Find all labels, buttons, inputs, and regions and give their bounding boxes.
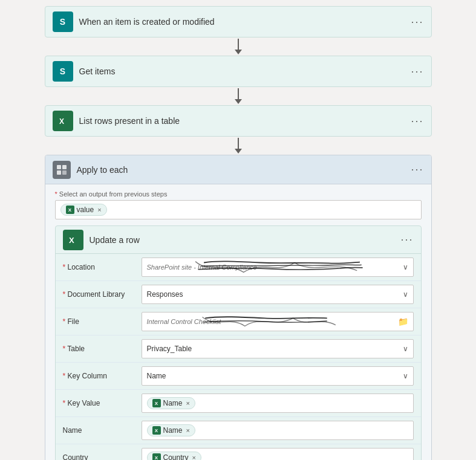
field-input-file[interactable]: Internal Control Checklist 📁 <box>142 312 414 331</box>
key-column-chevron: ∨ <box>403 372 408 380</box>
sharepoint-icon-get-items: S <box>53 61 73 82</box>
key-value-pill: X Name × <box>147 397 195 409</box>
table-chevron: ∨ <box>403 345 408 353</box>
step-trigger-label: When an item is created or modified <box>79 17 215 27</box>
required-asterisk: * <box>55 190 57 198</box>
name-pill-label: Name <box>163 426 183 435</box>
file-value: Internal Control Checklist <box>147 318 398 325</box>
step-get-items-more[interactable]: ··· <box>411 65 423 78</box>
step-list-rows-label: List rows present in a table <box>79 116 180 126</box>
apply-each-more[interactable]: ··· <box>411 163 423 176</box>
location-value: SharePoint site - Internal Compliance <box>147 264 403 271</box>
field-input-name[interactable]: X Name × <box>142 421 414 440</box>
field-input-key-value[interactable]: X Name × <box>142 394 414 413</box>
apply-each-label: Apply to each <box>77 165 128 175</box>
arrow-1 <box>231 37 246 56</box>
form-row-file: * File Internal Control Checklist <box>56 308 421 335</box>
select-output-label: * Select an output from previous steps <box>55 190 422 198</box>
country-pill: X Country × <box>147 452 201 460</box>
field-label-key-column: * Key Column <box>63 372 142 380</box>
step-list-rows-left: X List rows present in a table <box>53 111 180 131</box>
step-get-items-left: S Get items <box>53 61 116 82</box>
form-row-key-column: * Key Column Name ∨ <box>56 363 421 390</box>
field-label-file: * File <box>63 317 142 326</box>
arrow-3 <box>231 137 246 155</box>
table-value: Privacy_Table <box>147 345 192 353</box>
document-library-value: Responses <box>147 290 183 299</box>
svg-rect-5 <box>62 170 67 175</box>
key-value-pill-label: Name <box>163 399 183 407</box>
form-row-location: * Location SharePoint site - Internal Co… <box>56 254 421 281</box>
svg-text:X: X <box>69 236 74 245</box>
field-label-key-value: * Key Value <box>63 399 142 407</box>
form-row-name: Name X Name × <box>56 417 421 444</box>
name-pill-remove[interactable]: × <box>186 427 190 434</box>
arrow-2 <box>231 87 246 105</box>
select-output-input[interactable]: X value × <box>55 200 422 219</box>
apply-each-body: * Select an output from previous steps X… <box>45 184 431 460</box>
form-row-key-value: * Key Value X Name × <box>56 390 421 417</box>
form-row-document-library: * Document Library Responses ∨ <box>56 281 421 308</box>
update-row-header-left: X Update a row <box>63 230 140 250</box>
update-row-more[interactable]: ··· <box>400 233 413 246</box>
field-input-key-column[interactable]: Name ∨ <box>142 366 414 386</box>
apply-each-header: Apply to each ··· <box>45 155 431 184</box>
step-trigger-left: S When an item is created or modified <box>53 11 215 32</box>
step-get-items-label: Get items <box>79 66 116 76</box>
document-library-chevron: ∨ <box>403 290 408 299</box>
update-row-card: X Update a row ··· * Location <box>55 225 422 460</box>
field-label-location: * Location <box>63 263 142 271</box>
location-chevron: ∨ <box>403 263 408 271</box>
country-pill-remove[interactable]: × <box>192 454 196 460</box>
key-value-pill-remove[interactable]: × <box>186 400 190 407</box>
sharepoint-icon-trigger: S <box>53 11 73 32</box>
field-input-table[interactable]: Privacy_Table ∨ <box>142 339 414 358</box>
value-pill: X value × <box>60 204 107 216</box>
name-pill: X Name × <box>147 424 195 436</box>
apply-each-icon <box>53 161 71 179</box>
field-label-table: * Table <box>63 345 142 353</box>
key-column-value: Name <box>147 372 166 380</box>
step-trigger-more[interactable]: ··· <box>411 16 423 28</box>
step-list-rows: X List rows present in a table ··· <box>45 105 432 137</box>
field-label-country: Country <box>63 453 142 460</box>
field-input-country[interactable]: X Country × <box>142 448 414 460</box>
step-trigger: S When an item is created or modified ··… <box>45 6 432 37</box>
svg-rect-3 <box>62 165 67 169</box>
pill-remove[interactable]: × <box>97 206 101 213</box>
form-row-table: * Table Privacy_Table ∨ <box>56 335 421 363</box>
field-input-document-library[interactable]: Responses ∨ <box>142 285 414 304</box>
name-pill-icon: X <box>152 426 161 435</box>
flow-container: S When an item is created or modified ··… <box>12 6 464 460</box>
key-value-pill-icon: X <box>152 399 161 407</box>
step-list-rows-more[interactable]: ··· <box>411 115 423 128</box>
update-row-header: X Update a row ··· <box>56 226 421 254</box>
svg-rect-2 <box>57 165 61 169</box>
excel-icon-list-rows: X <box>53 111 73 131</box>
field-label-document-library: * Document Library <box>63 290 142 299</box>
country-pill-label: Country <box>163 453 189 460</box>
form-row-country: Country X Country × <box>56 444 421 460</box>
file-folder-icon[interactable]: 📁 <box>398 317 408 326</box>
pill-label: value <box>77 206 94 214</box>
svg-text:X: X <box>59 117 64 126</box>
update-row-label: Update a row <box>90 235 140 245</box>
step-get-items: S Get items ··· <box>45 56 432 87</box>
update-row-form: * Location SharePoint site - Internal Co… <box>56 254 421 460</box>
excel-icon-update-row: X <box>63 230 83 250</box>
svg-rect-4 <box>57 170 61 175</box>
apply-each-header-left: Apply to each <box>53 161 128 179</box>
pill-excel-icon: X <box>66 206 74 214</box>
field-label-name: Name <box>63 426 142 435</box>
apply-each-wrapper: Apply to each ··· * Select an output fro… <box>45 155 432 460</box>
country-pill-icon: X <box>152 453 161 460</box>
field-input-location[interactable]: SharePoint site - Internal Compliance ∨ <box>142 258 414 277</box>
